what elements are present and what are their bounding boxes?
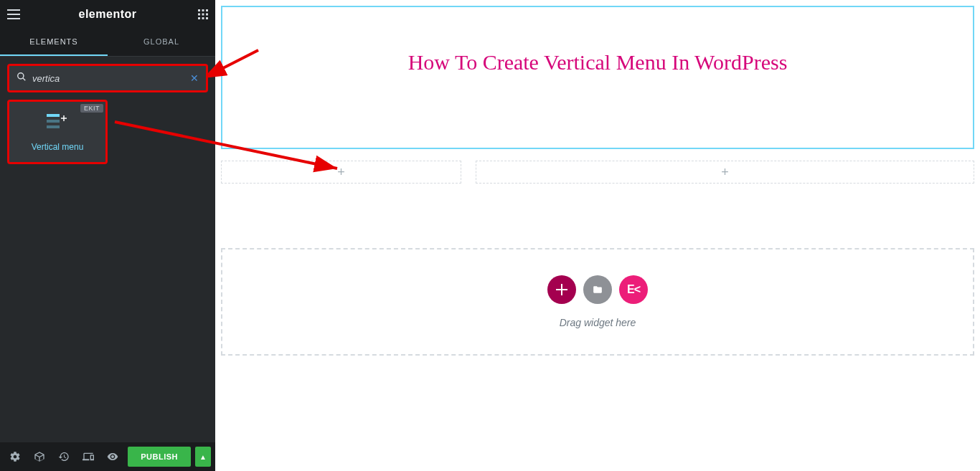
page-title: How To Create Vertical Menu In WordPress [237,50,958,75]
tab-elements[interactable]: ELEMENTS [0,29,108,56]
elementor-logo: elementor [22,8,194,21]
svg-rect-7 [202,17,204,19]
vertical-menu-icon [47,113,68,135]
preview-icon[interactable] [102,446,123,467]
settings-icon[interactable] [4,446,26,467]
tab-global[interactable]: GLOBAL [108,29,215,56]
search-widgets-input[interactable] [32,73,190,84]
svg-rect-2 [206,9,208,11]
publish-options-button[interactable]: ▲ [195,447,211,467]
add-section-button[interactable] [547,275,576,304]
plus-icon: + [337,165,345,180]
responsive-icon[interactable] [77,446,99,467]
widget-label: Vertical menu [32,142,84,152]
ekit-logo-icon: E< [627,283,640,296]
svg-rect-1 [202,9,204,11]
add-template-button[interactable] [583,275,612,304]
search-container: ✕ [7,64,208,92]
svg-rect-12 [47,120,60,123]
hamburger-menu-icon[interactable] [7,9,22,19]
sidebar-footer: PUBLISH ▲ [0,442,215,471]
svg-rect-4 [202,14,204,16]
svg-point-9 [18,73,24,79]
two-column-section: + + [221,161,974,184]
add-ekit-button[interactable]: E< [619,275,648,304]
column-left[interactable]: + [221,161,461,184]
plus-icon: + [721,165,729,180]
svg-rect-6 [198,17,200,19]
clear-search-icon[interactable]: ✕ [190,72,199,84]
search-icon [17,72,27,85]
svg-rect-13 [47,125,60,128]
publish-button[interactable]: PUBLISH [128,447,191,467]
navigator-icon[interactable] [29,446,50,467]
widgets-grid: EKIT Vertical menu [0,100,215,164]
svg-rect-0 [198,9,200,11]
editor-canvas: How To Create Vertical Menu In WordPress… [215,0,980,471]
svg-line-10 [23,78,26,81]
widget-source-badge: EKIT [80,104,103,113]
drag-hint-text: Drag widget here [560,317,636,328]
elementor-sidebar: elementor ELEMENTS GLOBAL ✕ EKIT [0,0,215,471]
svg-rect-11 [47,114,60,117]
svg-rect-3 [198,14,200,16]
sidebar-tabs: ELEMENTS GLOBAL [0,29,215,57]
history-icon[interactable] [53,446,75,467]
svg-rect-5 [206,14,208,16]
sidebar-header: elementor [0,0,215,29]
svg-rect-8 [206,17,208,19]
column-right[interactable]: + [476,161,974,184]
apps-grid-icon[interactable] [194,9,208,19]
widget-vertical-menu[interactable]: EKIT Vertical menu [7,100,108,164]
search-box: ✕ [7,64,208,92]
drop-widget-area[interactable]: E< Drag widget here [221,248,974,356]
add-section-buttons: E< [547,275,648,304]
active-section[interactable]: How To Create Vertical Menu In WordPress [221,6,974,149]
